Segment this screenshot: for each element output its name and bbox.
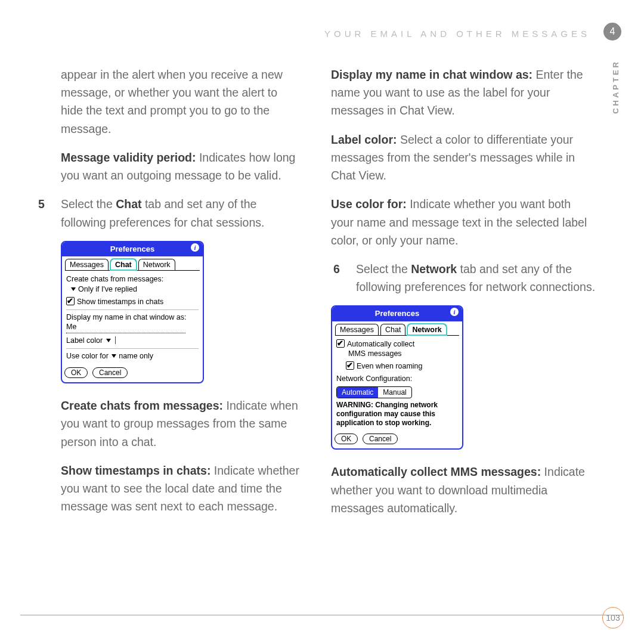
chapter-side-label: CHAPTER: [611, 60, 620, 114]
ok-button[interactable]: OK: [64, 367, 88, 378]
footer-rule: [20, 615, 624, 615]
use-color-label: Use color for:: [331, 197, 407, 210]
dialog-title: Preferences: [110, 243, 154, 255]
step-6-number: 6: [333, 260, 348, 296]
mode-manual[interactable]: Manual: [378, 387, 411, 398]
roaming-checkbox[interactable]: [346, 361, 354, 370]
create-chats-para: Create chats from messages: Indicate whe…: [36, 397, 301, 451]
header: YOUR EMAIL AND OTHER MESSAGES 4: [0, 0, 644, 54]
network-preferences-dialog: Preferences i Messages Chat Network Auto…: [331, 305, 463, 450]
right-column: Display my name in chat window as: Enter…: [331, 66, 596, 528]
step-5-text: Select the Chat tab and set any of the f…: [61, 195, 301, 231]
dialog-title-bar: Preferences i: [332, 306, 462, 321]
info-icon[interactable]: i: [191, 243, 199, 252]
timestamps-row: Show timestamps in chats: [66, 297, 199, 307]
display-name-label: Display my name in chat window as:: [331, 68, 532, 81]
mode-automatic[interactable]: Automatic: [337, 387, 378, 398]
timestamps-label: Show timestamps in chats:: [61, 464, 210, 477]
auto-collect-row: Automatically collect MMS messages: [336, 339, 458, 360]
step-5: 5 Select the Chat tab and set any of the…: [36, 195, 301, 231]
page-number: 103: [602, 607, 624, 628]
tab-network[interactable]: Network: [407, 324, 446, 335]
netconf-label: Network Configuration:: [336, 374, 458, 384]
label-color-row: Label color: [66, 336, 199, 346]
dialog-buttons: OK Cancel: [332, 430, 462, 448]
tab-chat[interactable]: Chat: [380, 324, 405, 335]
warning-text: WARNING: Changing network configuration …: [336, 401, 458, 428]
cancel-button[interactable]: Cancel: [363, 434, 398, 444]
message-validity-label: Message validity period:: [61, 151, 196, 164]
cancel-button[interactable]: Cancel: [92, 367, 128, 378]
tab-network[interactable]: Network: [138, 259, 175, 270]
dialog-body: Automatically collect MMS messages Even …: [335, 335, 459, 428]
dialog-body: Create chats from messages: Only if I've…: [65, 270, 200, 361]
timestamps-checkbox[interactable]: [66, 297, 75, 305]
use-color-row: Use color for name only: [66, 348, 199, 361]
manual-page: YOUR EMAIL AND OTHER MESSAGES 4 CHAPTER …: [0, 0, 644, 644]
left-column: appear in the alert when you receive a n…: [36, 66, 301, 528]
step-5-number: 5: [38, 195, 52, 231]
ok-button[interactable]: OK: [335, 434, 358, 444]
display-name-para: Display my name in chat window as: Enter…: [331, 66, 596, 120]
create-chats-row: Create chats from messages: Only if I've…: [66, 274, 199, 295]
use-color-dropdown[interactable]: name only: [110, 352, 153, 360]
display-name-row: Display my name in chat window as: Me: [66, 309, 199, 334]
auto-collect-label: Automatically collect MMS messages:: [331, 465, 541, 478]
dialog-buttons: OK Cancel: [62, 364, 203, 382]
label-color-para: Label color: Select a color to different…: [331, 131, 596, 185]
auto-collect-checkbox[interactable]: [336, 339, 345, 348]
dialog-tabs: Messages Chat Network: [62, 256, 203, 270]
tab-messages[interactable]: Messages: [335, 324, 379, 335]
netconf-switch-row: Automatic Manual: [336, 386, 458, 398]
content-columns: appear in the alert when you receive a n…: [0, 54, 644, 528]
timestamps-para: Show timestamps in chats: Indicate wheth…: [36, 462, 301, 516]
label-color-label: Label color:: [331, 133, 397, 146]
step-6: 6 Select the Network tab and set any of …: [331, 260, 596, 296]
dialog-tabs: Messages Chat Network: [332, 321, 462, 335]
auto-collect-para: Automatically collect MMS messages: Indi…: [331, 463, 596, 517]
chapter-badge: 4: [603, 23, 621, 41]
dialog-title: Preferences: [375, 308, 419, 320]
create-chats-dropdown[interactable]: Only if I've replied: [70, 285, 137, 293]
label-color-dropdown[interactable]: [105, 336, 113, 345]
display-name-field[interactable]: Me: [66, 322, 185, 333]
intro-continuation: appear in the alert when you receive a n…: [36, 66, 301, 138]
use-color-para: Use color for: Indicate whether you want…: [331, 195, 596, 249]
netconf-switch[interactable]: Automatic Manual: [336, 386, 412, 398]
chat-preferences-dialog: Preferences i Messages Chat Network Crea…: [61, 241, 204, 383]
info-icon[interactable]: i: [450, 308, 459, 316]
text-cursor: [115, 336, 116, 344]
tab-messages[interactable]: Messages: [65, 259, 109, 270]
tab-chat[interactable]: Chat: [110, 259, 137, 270]
create-chats-label: Create chats from messages:: [61, 399, 223, 412]
dialog-title-bar: Preferences i: [62, 242, 203, 256]
message-validity-para: Message validity period: Indicates how l…: [36, 148, 301, 184]
step-6-text: Select the Network tab and set any of th…: [356, 260, 596, 296]
roaming-row: Even when roaming: [346, 361, 458, 371]
section-title: YOUR EMAIL AND OTHER MESSAGES: [0, 29, 590, 39]
